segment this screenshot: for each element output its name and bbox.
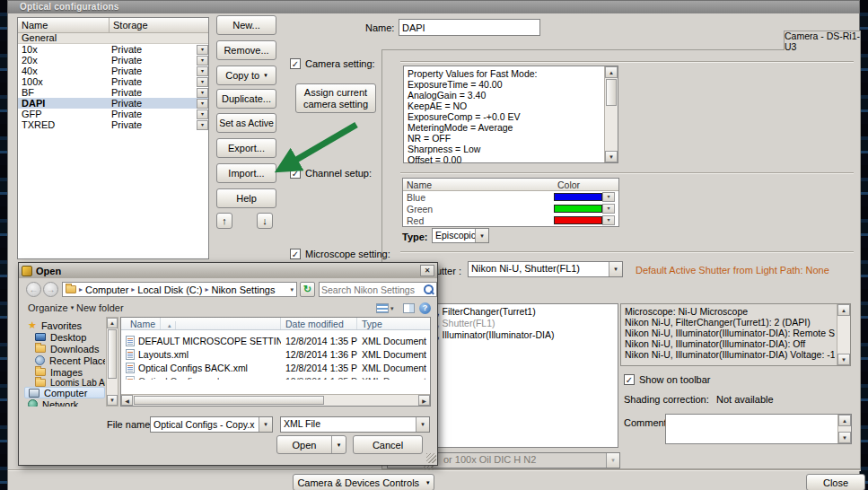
scroll-up-icon[interactable]: ▲ xyxy=(605,66,618,78)
chevron-down-icon[interactable]: ▾ xyxy=(390,305,394,312)
import-button[interactable]: Import... xyxy=(216,163,276,183)
name-input[interactable] xyxy=(399,19,540,36)
chevron-down-icon[interactable]: ▾ xyxy=(197,109,208,119)
scroll-left-icon[interactable]: ◀ xyxy=(121,395,133,406)
config-row[interactable]: 100xPrivate▾ xyxy=(18,76,208,87)
set-as-active-button[interactable]: Set as Active xyxy=(216,113,276,133)
file-name-combo[interactable]: ▾ xyxy=(150,416,273,433)
scroll-up-icon[interactable]: ▲ xyxy=(838,415,851,426)
config-row[interactable]: 10xPrivate▾ xyxy=(18,44,208,55)
color-swatch[interactable] xyxy=(554,216,602,224)
scroll-down-icon[interactable]: ▼ xyxy=(107,395,118,406)
breadcrumb-item[interactable]: Local Disk (C:) xyxy=(137,284,202,295)
horizontal-scrollbar[interactable]: ◀ ▶ xyxy=(121,394,430,406)
tree-item-downloads[interactable]: Downloads xyxy=(24,343,105,354)
tree-item-favorites[interactable]: ★Favorites xyxy=(24,319,105,331)
breadcrumb-item[interactable]: Computer xyxy=(85,284,128,295)
move-up-button[interactable]: ↑ xyxy=(216,213,232,229)
move-down-button[interactable]: ↓ xyxy=(257,213,273,229)
channel-setup-checkbox[interactable]: ✓Channel setup: xyxy=(290,168,372,179)
file-col-date-modified[interactable]: Date modified xyxy=(281,318,357,329)
organize-menu[interactable]: Organize▾ xyxy=(28,302,74,313)
dialog-titlebar[interactable]: Optical configurations xyxy=(8,1,859,13)
cancel-button[interactable]: Cancel xyxy=(353,435,423,454)
address-bar[interactable]: ▸ Computer ▸ Local Disk (C:) ▸ Nikon Set… xyxy=(62,282,297,297)
resize-grip[interactable] xyxy=(426,453,436,463)
type-dropdown[interactable]: Episcopic▾ xyxy=(432,228,489,243)
search-input[interactable] xyxy=(321,284,423,295)
close-button[interactable]: Close xyxy=(806,474,865,490)
microscope-setting-checkbox[interactable]: ✓Microscope setting: xyxy=(290,249,390,259)
channel-col-name[interactable]: Name xyxy=(403,179,554,190)
config-col-storage[interactable]: Storage xyxy=(110,18,208,32)
config-row-selected[interactable]: DAPIPrivate▾ xyxy=(18,98,208,109)
tree-item-loomis-lab-admin[interactable]: Loomis Lab Admin xyxy=(24,378,105,387)
channel-row[interactable]: Red▾ xyxy=(403,214,618,226)
tree-scrollbar[interactable]: ▲ ▼ xyxy=(106,317,118,407)
color-swatch[interactable] xyxy=(554,205,602,213)
tree-item-recent-places[interactable]: Recent Places xyxy=(24,354,105,366)
config-row[interactable]: GFPPrivate▾ xyxy=(18,109,208,119)
chevron-down-icon[interactable]: ▾ xyxy=(602,204,615,214)
scroll-up-icon[interactable]: ▲ xyxy=(107,318,118,328)
search-icon[interactable] xyxy=(423,284,434,295)
duplicate-button[interactable]: Duplicate... xyxy=(216,89,276,109)
file-col-type[interactable]: Type xyxy=(357,318,430,329)
tree-item-network[interactable]: Network xyxy=(24,398,105,407)
forward-button[interactable]: → xyxy=(43,282,58,297)
scroll-thumb[interactable] xyxy=(108,329,117,379)
new-button[interactable]: New... xyxy=(216,15,276,35)
chevron-down-icon[interactable]: ▾ xyxy=(197,99,208,109)
breadcrumb-item[interactable]: Nikon Settings xyxy=(211,284,275,295)
chevron-down-icon[interactable]: ▾ xyxy=(602,192,615,202)
scrollbar[interactable]: ▲ ▼ xyxy=(837,415,851,443)
open-dialog-titlebar[interactable]: Open ✕ xyxy=(19,263,437,278)
file-row[interactable]: Optical Configs BACK.xml12/8/2014 1:35 P… xyxy=(121,361,430,374)
file-row[interactable]: Optical Configs.xml12/8/2014 1:35 PMXML … xyxy=(121,374,430,380)
search-box[interactable] xyxy=(319,282,437,297)
file-row[interactable]: DEFAULT MICROSCOPE SETTINGS.xml12/8/2014… xyxy=(121,334,430,347)
chevron-down-icon[interactable]: ▾ xyxy=(197,88,208,98)
config-row[interactable]: BFPrivate▾ xyxy=(18,87,208,98)
back-button[interactable]: ← xyxy=(26,282,41,297)
remove-button[interactable]: Remove... xyxy=(216,40,276,60)
chevron-down-icon[interactable]: ▾ xyxy=(602,215,615,225)
scroll-thumb[interactable] xyxy=(606,79,617,106)
scroll-down-icon[interactable]: ▼ xyxy=(838,432,851,443)
comment-box[interactable]: ▲ ▼ xyxy=(665,414,852,444)
scroll-right-icon[interactable]: ▶ xyxy=(418,395,430,406)
scroll-down-icon[interactable]: ▼ xyxy=(837,354,850,365)
scroll-thumb[interactable] xyxy=(134,396,324,405)
camera-tab[interactable]: Camera - DS-Ri1-U3 xyxy=(784,31,861,50)
config-row[interactable]: 40xPrivate▾ xyxy=(18,66,208,76)
file-row[interactable]: Layouts.xml12/8/2014 1:36 PMXML Document xyxy=(121,347,430,361)
channel-col-color[interactable]: Color xyxy=(554,179,583,190)
camera-devices-controls-button[interactable]: Camera & Devices Controls▾ xyxy=(293,474,434,490)
file-col-name[interactable]: Name ▴ xyxy=(121,318,281,329)
export-button[interactable]: Export... xyxy=(216,138,276,158)
config-col-name[interactable]: Name xyxy=(18,18,110,32)
show-on-toolbar-checkbox[interactable]: ✓Show on toolbar xyxy=(624,374,711,385)
open-button[interactable]: Open ▾ xyxy=(276,435,346,454)
camera-setting-checkbox[interactable]: ✓Camera setting: xyxy=(290,58,375,69)
chevron-down-icon[interactable]: ▾ xyxy=(331,436,346,453)
copy-to-button[interactable]: Copy to▾ xyxy=(216,66,276,85)
tree-item-computer[interactable]: Computer xyxy=(24,387,105,398)
assign-camera-setting-button[interactable]: Assign current camera setting xyxy=(295,83,376,113)
chevron-down-icon[interactable]: ▾ xyxy=(197,77,208,87)
channel-row[interactable]: Green▾ xyxy=(403,203,618,214)
help-icon[interactable]: ? xyxy=(419,302,431,314)
color-swatch[interactable] xyxy=(554,193,602,201)
shutter-dropdown[interactable]: Nikon Ni-U, Shutter(FL1)▾ xyxy=(468,261,623,277)
close-icon[interactable]: ✕ xyxy=(420,265,434,276)
views-icon[interactable] xyxy=(376,303,389,313)
chevron-down-icon[interactable]: ▾ xyxy=(197,66,208,76)
chevron-down-icon[interactable]: ▾ xyxy=(197,56,208,66)
config-group-row[interactable]: General xyxy=(18,33,208,44)
file-type-dropdown[interactable]: XML File▾ xyxy=(280,416,430,433)
scroll-down-icon[interactable]: ▼ xyxy=(605,151,618,162)
chevron-down-icon[interactable]: ▾ xyxy=(290,286,294,293)
config-row[interactable]: TXREDPrivate▾ xyxy=(18,119,208,130)
refresh-button[interactable]: ↻ xyxy=(300,282,315,297)
scroll-up-icon[interactable]: ▲ xyxy=(837,304,850,316)
